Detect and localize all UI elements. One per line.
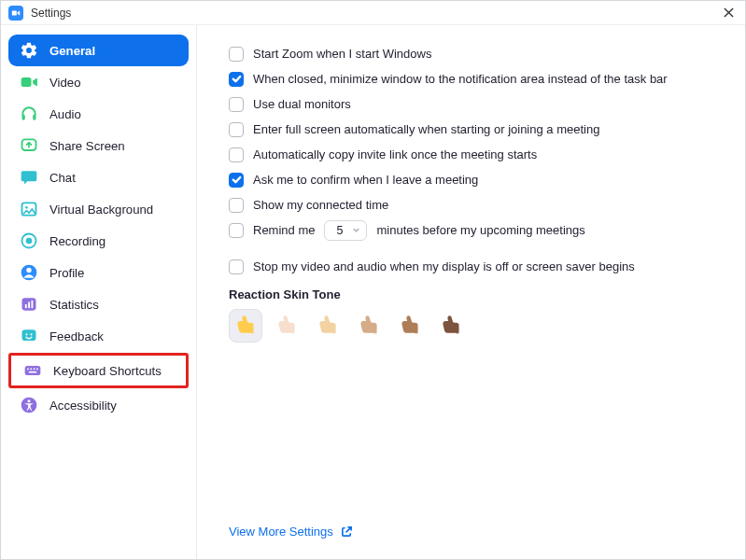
sidebar-item-label: Accessibility (49, 399, 117, 413)
sidebar-item-accessibility[interactable]: Accessibility (8, 389, 189, 421)
svg-rect-19 (27, 369, 29, 371)
svg-rect-18 (25, 366, 41, 375)
image-icon (20, 200, 38, 218)
window-title: Settings (31, 7, 71, 20)
chevron-down-icon (352, 226, 360, 234)
sidebar-item-general[interactable]: General (8, 35, 189, 66)
sidebar-item-audio[interactable]: Audio (8, 98, 189, 130)
skin-tone-option[interactable] (393, 309, 427, 343)
highlight-keyboard-shortcuts: Keyboard Shortcuts (8, 353, 189, 388)
zoom-app-icon (8, 6, 23, 21)
option-label: Enter full screen automatically when sta… (253, 122, 599, 136)
external-link-icon (341, 525, 353, 538)
checkbox[interactable] (229, 259, 244, 274)
option-label: minutes before my upcoming meetings (376, 223, 584, 237)
svg-rect-30 (415, 323, 418, 333)
skin-tone-option[interactable] (352, 309, 386, 343)
skin-tone-option[interactable] (270, 309, 303, 343)
link-label: View More Settings (229, 525, 333, 539)
svg-point-6 (25, 206, 28, 209)
headphones-icon (20, 105, 38, 123)
sidebar-item-recording[interactable]: Recording (8, 225, 189, 257)
thumbs-up-icon (233, 313, 258, 340)
view-more-settings-link[interactable]: View More Settings (229, 517, 719, 544)
skin-tone-option[interactable] (311, 309, 345, 343)
gear-icon (20, 41, 38, 60)
svg-rect-23 (29, 371, 36, 373)
reaction-skin-tone-title: Reaction Skin Tone (229, 287, 719, 301)
checkbox[interactable] (229, 147, 244, 162)
checkbox[interactable] (229, 122, 244, 137)
option-confirm-leave[interactable]: Ask me to confirm when I leave a meeting (229, 168, 719, 191)
option-label: Show my connected time (253, 198, 388, 212)
sidebar-item-label: Virtual Background (49, 203, 153, 217)
sidebar-item-label: Recording (49, 234, 106, 248)
sidebar-item-label: Feedback (49, 329, 104, 343)
option-full-screen-auto[interactable]: Enter full screen automatically when sta… (229, 118, 719, 141)
chat-icon (20, 168, 38, 187)
sidebar-item-label: Audio (49, 107, 81, 121)
option-show-connected-time[interactable]: Show my connected time (229, 193, 719, 217)
checkbox[interactable] (229, 198, 244, 213)
remind-minutes-select[interactable]: 5 (324, 220, 367, 241)
svg-point-16 (25, 333, 27, 335)
checkbox[interactable] (229, 72, 244, 87)
svg-rect-1 (21, 77, 32, 87)
svg-rect-2 (22, 115, 25, 120)
checkbox[interactable] (229, 47, 244, 62)
settings-window: Settings General Video (0, 0, 746, 560)
checkbox[interactable] (229, 173, 244, 188)
option-minimize-to-tray[interactable]: When closed, minimize window to the noti… (229, 67, 719, 91)
option-label: Stop my video and audio when my display … (253, 259, 635, 273)
close-button[interactable] (719, 4, 738, 22)
sidebar-item-profile[interactable]: Profile (8, 257, 189, 288)
option-label: Remind me (253, 223, 315, 237)
stats-icon (20, 295, 38, 314)
svg-point-17 (30, 333, 32, 335)
sidebar-item-label: General (49, 44, 95, 58)
svg-rect-22 (36, 369, 38, 371)
svg-rect-20 (31, 369, 33, 371)
reaction-tones (229, 309, 719, 343)
svg-rect-26 (250, 323, 254, 333)
thumbs-up-icon (274, 313, 299, 340)
checkbox[interactable] (229, 223, 244, 238)
feedback-icon (20, 327, 38, 345)
thumbs-up-icon (316, 313, 340, 340)
select-value: 5 (331, 224, 348, 237)
skin-tone-option[interactable] (434, 309, 468, 343)
svg-point-25 (28, 399, 31, 402)
sidebar-item-video[interactable]: Video (8, 66, 189, 98)
sidebar-item-feedback[interactable]: Feedback (8, 320, 189, 352)
sidebar-item-label: Chat (49, 171, 76, 185)
sidebar-item-label: Profile (49, 266, 84, 280)
option-label: Use dual monitors (253, 97, 351, 111)
recording-icon (20, 231, 38, 250)
svg-rect-21 (34, 369, 35, 371)
option-remind-me[interactable]: Remind me 5 minutes before my upcoming m… (229, 218, 719, 242)
titlebar: Settings (1, 1, 745, 25)
svg-point-8 (26, 238, 33, 245)
sidebar-item-statistics[interactable]: Statistics (8, 288, 189, 320)
option-start-with-windows[interactable]: Start Zoom when I start Windows (229, 42, 719, 65)
option-label: When closed, minimize window to the noti… (253, 72, 668, 86)
svg-point-10 (26, 268, 31, 273)
sidebar-item-share-screen[interactable]: Share Screen (8, 130, 189, 161)
option-label: Ask me to confirm when I leave a meeting (253, 173, 478, 187)
svg-rect-3 (33, 115, 35, 120)
sidebar-item-virtual-background[interactable]: Virtual Background (8, 193, 189, 225)
sidebar-item-label: Video (49, 76, 81, 90)
option-dual-monitors[interactable]: Use dual monitors (229, 92, 719, 116)
sidebar-item-keyboard-shortcuts[interactable]: Keyboard Shortcuts (12, 357, 185, 385)
checkbox[interactable] (229, 97, 244, 112)
sidebar-item-chat[interactable]: Chat (8, 161, 189, 193)
option-stop-video-audio[interactable]: Stop my video and audio when my display … (229, 255, 719, 278)
option-label: Start Zoom when I start Windows (253, 47, 431, 61)
svg-rect-27 (291, 323, 295, 333)
skin-tone-option[interactable] (229, 309, 262, 343)
accessibility-icon (20, 396, 38, 414)
thumbs-up-icon (398, 313, 422, 340)
option-copy-invite[interactable]: Automatically copy invite link once the … (229, 143, 719, 166)
svg-rect-13 (28, 302, 30, 309)
svg-rect-0 (12, 10, 17, 15)
